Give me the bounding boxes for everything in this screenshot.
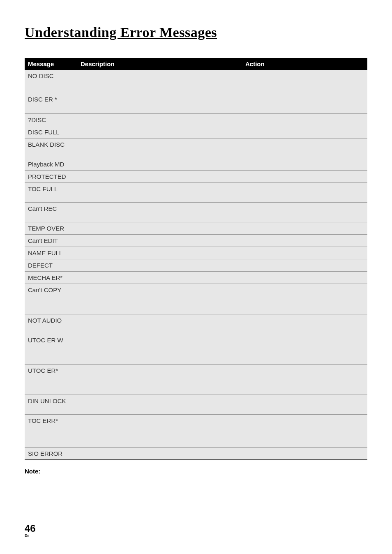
message-cell: DISC FULL [25, 126, 77, 138]
description-cell [77, 334, 242, 364]
message-cell: Can't REC [25, 202, 77, 222]
action-cell [242, 364, 367, 395]
table-row: DIN UNLOCK [25, 395, 367, 414]
description-cell [77, 271, 242, 284]
header-action: Action [242, 58, 367, 70]
description-cell [77, 170, 242, 182]
action-cell [242, 395, 367, 414]
message-cell: DIN UNLOCK [25, 395, 77, 414]
description-cell [77, 222, 242, 234]
action-cell [242, 234, 367, 247]
message-cell: MECHA ER* [25, 271, 77, 284]
message-cell: DEFECT [25, 259, 77, 271]
description-cell [77, 414, 242, 447]
table-row: TOC ERR* [25, 414, 367, 447]
message-cell: UTOC ER W [25, 334, 77, 364]
message-cell: DISC ER * [25, 93, 77, 113]
message-cell: PROTECTED [25, 170, 77, 182]
description-cell [77, 447, 242, 460]
description-cell [77, 93, 242, 113]
table-header-row: Message Description Action [25, 58, 367, 70]
message-cell: Can't COPY [25, 284, 77, 314]
action-cell [242, 314, 367, 334]
description-cell [77, 138, 242, 158]
message-cell: Can't EDIT [25, 234, 77, 247]
description-cell [77, 126, 242, 138]
description-cell [77, 395, 242, 414]
title-underline-rule [25, 43, 367, 43]
table-row: SIO ERROR [25, 447, 367, 460]
action-cell [242, 93, 367, 113]
description-cell [77, 158, 242, 170]
table-row: UTOC ER* [25, 364, 367, 395]
table-row: BLANK DISC [25, 138, 367, 158]
message-cell: NO DISC [25, 70, 77, 93]
message-cell: TOC ERR* [25, 414, 77, 447]
action-cell [242, 447, 367, 460]
table-row: TOC FULL [25, 182, 367, 202]
description-cell [77, 314, 242, 334]
error-messages-table: Message Description Action NO DISCDISC E… [25, 58, 367, 460]
table-row: ?DISC [25, 113, 367, 126]
table-row: MECHA ER* [25, 271, 367, 284]
description-cell [77, 182, 242, 202]
message-cell: Playback MD [25, 158, 77, 170]
table-row: NO DISC [25, 70, 367, 93]
action-cell [242, 259, 367, 271]
description-cell [77, 234, 242, 247]
table-row: TEMP OVER [25, 222, 367, 234]
page-number: 46 [25, 523, 36, 534]
table-row: DISC FULL [25, 126, 367, 138]
action-cell [242, 222, 367, 234]
table-row: NOT AUDIO [25, 314, 367, 334]
table-row: Can't COPY [25, 284, 367, 314]
action-cell [242, 414, 367, 447]
action-cell [242, 113, 367, 126]
table-row: Can't EDIT [25, 234, 367, 247]
description-cell [77, 284, 242, 314]
page-footer: 46 En [25, 523, 36, 538]
action-cell [242, 158, 367, 170]
description-cell [77, 247, 242, 259]
table-row: Playback MD [25, 158, 367, 170]
page-title: Understanding Error Messages [25, 25, 367, 40]
message-cell: NAME FULL [25, 247, 77, 259]
description-cell [77, 202, 242, 222]
message-cell: UTOC ER* [25, 364, 77, 395]
message-cell: TEMP OVER [25, 222, 77, 234]
table-row: DISC ER * [25, 93, 367, 113]
header-message: Message [25, 58, 77, 70]
table-row: UTOC ER W [25, 334, 367, 364]
description-cell [77, 364, 242, 395]
table-row: NAME FULL [25, 247, 367, 259]
description-cell [77, 113, 242, 126]
description-cell [77, 259, 242, 271]
message-cell: ?DISC [25, 113, 77, 126]
description-cell [77, 70, 242, 93]
action-cell [242, 284, 367, 314]
action-cell [242, 170, 367, 182]
action-cell [242, 271, 367, 284]
header-description: Description [77, 58, 242, 70]
action-cell [242, 247, 367, 259]
action-cell [242, 138, 367, 158]
table-row: Can't REC [25, 202, 367, 222]
message-cell: TOC FULL [25, 182, 77, 202]
action-cell [242, 202, 367, 222]
message-cell: NOT AUDIO [25, 314, 77, 334]
action-cell [242, 182, 367, 202]
message-cell: SIO ERROR [25, 447, 77, 460]
action-cell [242, 70, 367, 93]
table-row: DEFECT [25, 259, 367, 271]
table-row: PROTECTED [25, 170, 367, 182]
action-cell [242, 126, 367, 138]
action-cell [242, 334, 367, 364]
message-cell: BLANK DISC [25, 138, 77, 158]
note-label: Note: [25, 468, 367, 475]
